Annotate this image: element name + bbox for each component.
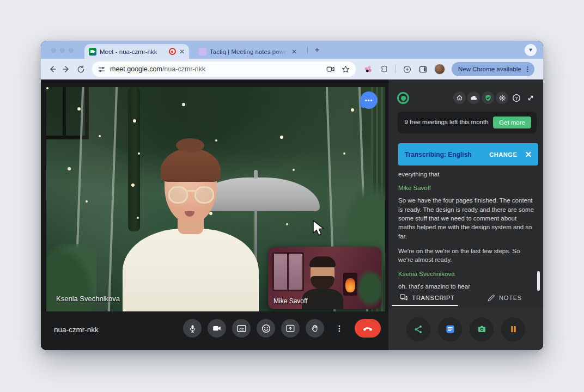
change-language-button[interactable]: CHANGE [489,151,517,158]
help-icon[interactable]: ? [510,91,522,104]
transcribing-banner: Transcribing: English CHANGE ✕ [398,143,538,166]
meet-control-bar: nua-czmr-nkk CC [41,311,388,350]
url-text: meet.google.com/nua-czmr-nkk [110,65,326,73]
get-more-button[interactable]: Get more [493,117,531,128]
mic-button[interactable] [183,319,202,338]
tab-close-icon[interactable]: ✕ [291,48,297,55]
tactiq-actions [388,308,543,350]
tab-close-icon[interactable]: ✕ [179,48,185,55]
tab-meet[interactable]: Meet - nua-czmr-nkk ✕ [84,44,189,59]
end-call-button[interactable] [355,319,381,338]
forward-button[interactable] [59,62,74,76]
new-tab-button[interactable]: + [312,45,322,54]
meet-stage: ••• Mike Savoff Ksenia Svechnikova [41,79,388,350]
tab-notes[interactable]: NOTES [466,290,543,306]
transcript-line: We're on the we're on the last few steps… [398,247,534,265]
tab-strip: Meet - nua-czmr-nkk ✕ Tactiq | Meeting n… [41,41,543,59]
browser-window: Meet - nua-czmr-nkk ✕ Tactiq | Meeting n… [41,41,543,350]
tab-title: Meet - nua-czmr-nkk [100,48,166,55]
pencil-icon [487,294,495,302]
tab-tactiq[interactable]: Tactiq | Meeting notes power ✕ [194,44,301,59]
shield-check-icon[interactable] [482,91,494,104]
chat-notification-icon[interactable]: ••• [360,91,378,109]
tab-search-chevron-icon[interactable]: ▾ [525,44,537,56]
string-lights [46,87,48,89]
transcribing-status: Transcribing: English [405,151,489,158]
home-icon[interactable] [453,91,466,104]
chat-bubbles-icon [399,293,408,302]
shirt [123,229,259,311]
participant-ksenia [123,143,259,311]
tab-title: Tactiq | Meeting notes power [210,48,288,55]
back-button[interactable] [45,62,59,76]
hair-bun [176,138,204,152]
transcript-line: everything that [398,170,534,179]
reload-button[interactable] [74,62,88,76]
extension-circle-icon[interactable] [403,65,412,74]
transcript-line: So we have the four pages finished. The … [398,196,534,241]
pip-video-tile[interactable]: Mike Savoff [268,247,381,309]
resize-panel-icon[interactable] [524,91,537,104]
side-panel-icon[interactable] [418,65,428,74]
traffic-minimize-button[interactable] [60,48,65,53]
more-options-button[interactable]: ⋮ [330,319,349,338]
raise-hand-button[interactable] [306,319,324,338]
call-controls: CC ⋮ [183,319,381,338]
traffic-zoom-button[interactable] [69,48,74,53]
browser-toolbar: meet.google.com/nua-czmr-nkk New Chrome … [41,59,543,79]
screenshot-button[interactable] [470,317,494,341]
transcript-speaker: Mike Savoff [398,185,534,191]
svg-text:CC: CC [239,327,244,330]
svg-text:?: ? [515,96,518,101]
tactiq-tabs: TRANSCRIPT NOTES [388,290,543,306]
address-bar[interactable]: meet.google.com/nua-czmr-nkk [92,62,356,77]
profile-avatar[interactable] [434,64,445,75]
transcript-line: oh, that's amazing to hear [398,282,534,289]
free-meetings-card: 9 free meetings left this month Get more [398,112,537,133]
toolbar-separator [396,65,396,74]
main-video-tile[interactable]: ••• Mike Savoff Ksenia Svechnikova [46,87,385,311]
hair [161,148,221,182]
pause-recording-button[interactable] [501,317,525,341]
meeting-code-label: nua-czmr-nkk [54,326,99,334]
close-banner-icon[interactable]: ✕ [525,150,532,160]
extensions-area [363,64,445,75]
captions-button[interactable]: CC [232,319,251,338]
google-docs-button[interactable] [438,317,462,341]
present-button[interactable] [281,319,300,338]
chrome-update-button[interactable]: New Chrome available ⋮ [452,62,534,76]
transcript-list[interactable]: everything that Mike Savoff So we have t… [398,170,534,289]
meet-favicon-icon [89,48,96,56]
tactiq-header: ? [396,91,537,106]
camera-permission-icon[interactable] [326,64,336,74]
tactiq-logo-icon [397,92,409,104]
bookmark-star-icon[interactable] [341,65,350,74]
cloud-icon[interactable] [467,91,480,104]
pip-name-label: Mike Savoff [273,297,307,305]
tactiq-favicon-icon [199,48,206,56]
desktop: Meet - nua-czmr-nkk ✕ Tactiq | Meeting n… [0,0,584,392]
transcript-speaker: Ksenia Svechnikova [398,271,534,277]
tab-separator [307,46,308,54]
page-content: ••• Mike Savoff Ksenia Svechnikova [41,79,543,350]
tactiq-panel: ? 9 free meetings left this month Get mo… [388,79,543,350]
extensions-puzzle-icon[interactable] [380,65,389,74]
settings-gear-icon[interactable] [496,91,508,104]
free-meetings-text: 9 free meetings left this month [403,118,493,127]
extension-pink-icon[interactable] [363,64,373,74]
share-button[interactable] [406,317,430,341]
update-menu-kebab-icon[interactable]: ⋮ [525,66,531,72]
mouse-cursor [312,220,326,236]
tab-transcript[interactable]: TRANSCRIPT [388,290,466,306]
traffic-close-button[interactable] [51,48,56,53]
scrollbar-thumb[interactable] [537,271,540,291]
reactions-button[interactable] [257,319,275,338]
recording-indicator-icon [169,48,176,55]
pip-plant [356,270,381,308]
glasses [168,186,214,205]
main-name-label: Ksenia Svechnikova [56,295,120,303]
site-settings-icon[interactable] [98,65,106,74]
camera-button[interactable] [208,319,226,338]
